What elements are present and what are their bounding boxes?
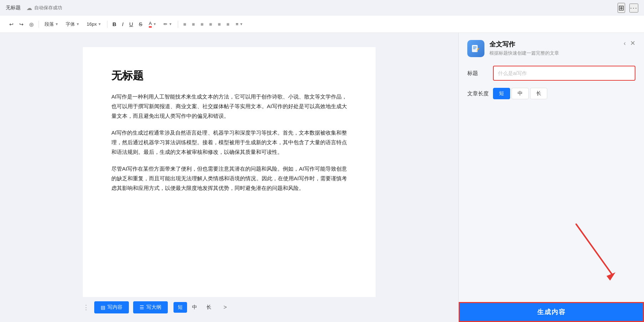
svg-rect-2 bbox=[473, 47, 477, 48]
panel-title-area: 全文写作 根据标题快速创建一篇完整的文章 bbox=[489, 40, 621, 56]
indent-button[interactable]: ≡ bbox=[224, 20, 231, 29]
font-color-button[interactable]: A ▼ bbox=[146, 20, 160, 29]
length-label: 文章长度 bbox=[467, 90, 493, 97]
align-right-icon: ≡ bbox=[183, 21, 186, 27]
paragraph-3: 尽管AI写作在某些方面带来了便利，但也需要注意其潜在的问题和风险。例如，AI写作… bbox=[111, 164, 347, 193]
grid-view-button[interactable]: ⊞ bbox=[618, 3, 625, 13]
clear-format-button[interactable]: ◎ bbox=[27, 20, 36, 29]
editor-area: 无标题 AI写作是一种利用人工智能技术来生成文本的方法，它可以用于创作诗歌、小说… bbox=[0, 33, 458, 322]
title-form-row: 标题 bbox=[467, 66, 635, 81]
panel-nav-buttons: ‹ ✕ bbox=[624, 40, 635, 46]
strikethrough-icon: S bbox=[139, 21, 142, 27]
chevron-down-icon: ▼ bbox=[55, 22, 59, 26]
svg-rect-3 bbox=[473, 49, 476, 49]
length-short-button[interactable]: 短 bbox=[173, 302, 187, 313]
panel-title: 全文写作 bbox=[489, 40, 621, 49]
length-group: 短 中 长 bbox=[173, 302, 216, 313]
right-panel: 全文写作 根据标题快速创建一篇完整的文章 ‹ ✕ 标题 文章长度 短 中 长 bbox=[458, 33, 644, 322]
font-label: 字体 bbox=[66, 21, 75, 27]
editor-paper[interactable]: 无标题 AI写作是一种利用人工智能技术来生成文本的方法，它可以用于创作诗歌、小说… bbox=[83, 47, 376, 297]
more-icon: ··· bbox=[630, 4, 638, 11]
write-outline-button[interactable]: ☰ 写大纲 bbox=[133, 301, 168, 313]
undo-icon: ↩ bbox=[9, 21, 14, 27]
separator-3 bbox=[178, 21, 178, 28]
title-input[interactable] bbox=[493, 66, 635, 81]
panel-close-button[interactable]: ✕ bbox=[630, 40, 635, 46]
italic-icon: I bbox=[122, 21, 124, 27]
chevron-down-icon-2: ▼ bbox=[76, 22, 80, 26]
title-label: 标题 bbox=[467, 70, 493, 77]
writing-icon bbox=[471, 44, 481, 54]
write-content-icon: ▤ bbox=[101, 305, 105, 310]
redo-icon: ↪ bbox=[19, 21, 24, 27]
length-form-row: 文章长度 短 中 长 bbox=[467, 88, 635, 99]
cloud-icon: ☁ bbox=[26, 5, 32, 11]
next-button[interactable]: > bbox=[220, 302, 230, 313]
length-long-button[interactable]: 长 bbox=[202, 302, 216, 313]
svg-rect-1 bbox=[473, 46, 477, 47]
top-bar: 无标题 ☁ 自动保存成功 ⊞ ··· bbox=[0, 0, 644, 16]
panel-back-button[interactable]: ‹ bbox=[624, 40, 626, 46]
write-outline-label: 写大纲 bbox=[146, 304, 161, 311]
document-heading: 无标题 bbox=[111, 69, 347, 83]
italic-button[interactable]: I bbox=[120, 20, 126, 29]
toolbar: ↩ ↪ ◎ 段落 ▼ 字体 ▼ 16px ▼ B I U S A ▼ ✏ ▼ ≡ bbox=[0, 16, 644, 33]
paragraph-1: AI写作是一种利用人工智能技术来生成文本的方法，它可以用于创作诗歌、小说、散文等… bbox=[111, 92, 347, 121]
fontsize-label: 16px bbox=[87, 21, 97, 27]
document-title: 无标题 bbox=[6, 5, 21, 11]
generate-button[interactable]: 生成内容 bbox=[459, 302, 644, 322]
write-content-button[interactable]: ▤ 写内容 bbox=[94, 301, 129, 313]
write-content-label: 写内容 bbox=[107, 304, 122, 311]
highlight-icon: ✏ bbox=[163, 21, 167, 27]
chevron-down-icon-5: ▼ bbox=[168, 22, 172, 26]
font-select[interactable]: 字体 ▼ bbox=[63, 20, 82, 29]
panel-body: 标题 文章长度 短 中 长 bbox=[459, 63, 644, 322]
auto-save-indicator: ☁ 自动保存成功 bbox=[26, 5, 62, 11]
align-right-button[interactable]: ≡ bbox=[181, 20, 188, 29]
top-bar-right: ⊞ ··· bbox=[618, 3, 638, 13]
chevron-down-icon-3: ▼ bbox=[98, 22, 101, 26]
list-icon: ≡ bbox=[218, 21, 221, 27]
align-justify-button[interactable]: ≡ bbox=[207, 20, 214, 29]
undo-button[interactable]: ↩ bbox=[7, 20, 16, 29]
length-option-short[interactable]: 短 bbox=[493, 88, 510, 99]
fontsize-select[interactable]: 16px ▼ bbox=[84, 20, 104, 28]
list-button[interactable]: ≡ bbox=[216, 20, 223, 29]
length-mid-button[interactable]: 中 bbox=[188, 302, 201, 313]
paragraph-2: AI写作的生成过程通常涉及自然语言处理、机器学习和深度学习等技术。首先，文本数据… bbox=[111, 128, 347, 157]
chevron-down-icon-6: ▼ bbox=[240, 22, 243, 26]
editor-body[interactable]: AI写作是一种利用人工智能技术来生成文本的方法，它可以用于创作诗歌、小说、散文等… bbox=[111, 92, 347, 193]
underline-button[interactable]: U bbox=[127, 20, 135, 29]
separator-2 bbox=[107, 21, 107, 28]
align-left-icon: ≡ bbox=[201, 21, 203, 27]
panel-header: 全文写作 根据标题快速创建一篇完整的文章 ‹ ✕ bbox=[459, 33, 644, 63]
auto-save-text: 自动保存成功 bbox=[34, 5, 62, 11]
line-spacing-button[interactable]: ≡ ▼ bbox=[233, 20, 246, 28]
panel-icon bbox=[467, 40, 484, 57]
strikethrough-button[interactable]: S bbox=[137, 20, 145, 29]
align-justify-icon: ≡ bbox=[209, 21, 212, 27]
paragraph-label: 段落 bbox=[45, 21, 54, 27]
panel-subtitle: 根据标题快速创建一篇完整的文章 bbox=[489, 50, 621, 56]
length-option-long[interactable]: 长 bbox=[530, 88, 547, 99]
underline-icon: U bbox=[129, 21, 133, 27]
chevron-down-icon-4: ▼ bbox=[153, 22, 156, 26]
font-color-icon: A bbox=[149, 21, 152, 27]
redo-button[interactable]: ↪ bbox=[17, 20, 26, 29]
align-center-icon: ≡ bbox=[192, 21, 195, 27]
write-outline-icon: ☰ bbox=[140, 305, 144, 310]
bold-button[interactable]: B bbox=[110, 20, 119, 29]
main-area: 无标题 AI写作是一种利用人工智能技术来生成文本的方法，它可以用于创作诗歌、小说… bbox=[0, 33, 644, 322]
more-options-button[interactable]: ··· bbox=[629, 4, 638, 12]
line-spacing-icon: ≡ bbox=[236, 21, 238, 27]
editor-bottom-bar: ⋮ ▤ 写内容 ☰ 写大纲 短 中 长 > bbox=[83, 297, 376, 318]
bottom-dots-button[interactable]: ⋮ bbox=[83, 303, 90, 311]
align-left-button[interactable]: ≡ bbox=[198, 20, 206, 29]
align-center-button[interactable]: ≡ bbox=[190, 20, 197, 29]
paragraph-select[interactable]: 段落 ▼ bbox=[42, 20, 61, 29]
length-options: 短 中 长 bbox=[493, 88, 547, 99]
clear-icon: ◎ bbox=[29, 21, 34, 27]
length-option-mid[interactable]: 中 bbox=[512, 88, 529, 99]
grid-icon: ⊞ bbox=[618, 4, 624, 12]
highlight-button[interactable]: ✏ ▼ bbox=[161, 20, 175, 28]
